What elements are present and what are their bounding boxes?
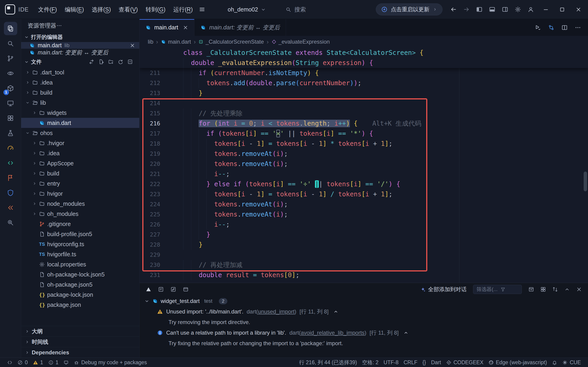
project-selector[interactable]: oh_demo02 <box>228 6 266 13</box>
line-number[interactable]: 222 <box>139 179 183 189</box>
more-actions-icon[interactable] <box>56 23 62 28</box>
status-indentation[interactable]: 空格: 2 <box>359 359 381 366</box>
global-search-input[interactable]: 搜索 <box>285 6 350 13</box>
line-number[interactable]: 224 <box>139 199 183 209</box>
line-number[interactable]: 221 <box>139 169 183 179</box>
open-view-button[interactable] <box>528 286 534 292</box>
tree-item[interactable]: AppScope <box>21 158 139 168</box>
collapse-detail-icon[interactable] <box>403 330 409 335</box>
tree-item[interactable]: .idea <box>21 77 139 87</box>
tree-item[interactable]: .hvigor <box>21 138 139 148</box>
tree-item[interactable]: .gitignore <box>21 219 139 229</box>
status-cue[interactable]: CUE <box>560 359 583 366</box>
status-codegeex[interactable]: CODEGEEX <box>444 359 486 366</box>
terminal-view-button[interactable] <box>183 286 189 292</box>
status-bracket-mode[interactable]: {} <box>420 359 428 366</box>
code-line-218[interactable]: 218tokens[i - 1] = tokens[i - 1] * token… <box>139 139 588 149</box>
close-panel-button[interactable] <box>576 286 582 292</box>
code-line-226[interactable]: 226i--; <box>139 220 588 230</box>
sidebar-section[interactable]: 大纲 <box>21 326 139 336</box>
activity-source-control[interactable] <box>4 52 17 65</box>
line-number[interactable]: 229 <box>139 250 183 260</box>
compare-button[interactable] <box>89 59 94 65</box>
line-number[interactable]: 218 <box>139 139 183 149</box>
activity-app-gallery[interactable] <box>4 111 17 125</box>
window-minimize-button[interactable] <box>543 6 549 13</box>
status-error-count[interactable]: 0 <box>15 358 30 367</box>
tree-item[interactable]: oh-package.json5 <box>21 280 139 290</box>
problem-hint-row[interactable]: Try removing the import directive. <box>139 317 588 327</box>
tree-item[interactable]: TShvigorfile.ts <box>21 249 139 259</box>
activity-device-manager[interactable] <box>4 96 17 110</box>
code-line-213[interactable]: 213} <box>139 88 588 98</box>
line-number[interactable]: 230 <box>139 260 183 270</box>
status-debug-config[interactable]: Debug my code + packages <box>71 358 149 367</box>
line-number[interactable]: 211 <box>139 68 183 78</box>
line-number[interactable]: 217 <box>139 129 183 139</box>
breadcrumb-item[interactable]: _evaluateExpression <box>272 39 330 45</box>
open-editors-header[interactable]: 打开的编辑器 <box>21 32 139 42</box>
code-line-228[interactable]: 228} <box>139 240 588 250</box>
open-editor-item[interactable]: main.dartlib <box>21 42 139 49</box>
status-encoding[interactable]: UTF-8 <box>381 359 401 366</box>
menubar-item[interactable]: 运行(R) <box>170 0 197 19</box>
activity-search[interactable] <box>4 37 17 50</box>
toggle-left-panel-button[interactable] <box>476 6 483 13</box>
code-line-212[interactable]: 212tokens.add(double.parse(currentNumber… <box>139 78 588 88</box>
tree-item[interactable]: hvigor <box>21 189 139 199</box>
status-warning-count[interactable]: 1 <box>30 358 46 367</box>
code-editor[interactable]: class _CalculatorScreenState extends Sta… <box>139 48 588 283</box>
activity-extensions[interactable]: 1 <box>4 82 17 95</box>
account-button[interactable] <box>528 6 534 13</box>
problem-row[interactable]: Unused import: '../lib/main.dart'.dart(u… <box>139 306 588 317</box>
problems-view-button[interactable] <box>145 286 152 292</box>
rule-link[interactable]: avoid_relative_lib_imports <box>301 330 364 336</box>
rule-link[interactable]: unused_import <box>258 309 294 315</box>
tree-item[interactable]: local.properties <box>21 259 139 269</box>
status-notifications[interactable] <box>549 360 560 365</box>
collapse-detail-icon[interactable] <box>333 309 339 314</box>
code-line-225[interactable]: 225tokens.removeAt(i); <box>139 209 588 220</box>
activity-collapse-tools[interactable] <box>4 201 17 214</box>
breadcrumb[interactable]: lib›main.dart›_CalculatorScreenState›_ev… <box>139 36 588 48</box>
nav-forward-button[interactable] <box>463 6 470 13</box>
window-maximize-button[interactable] <box>559 6 565 13</box>
tree-item[interactable]: oh_modules <box>21 209 139 219</box>
group-by-button[interactable] <box>540 286 546 292</box>
activity-security-check[interactable] <box>4 186 17 199</box>
open-changes-button[interactable] <box>548 24 554 31</box>
tree-item[interactable]: entry <box>21 178 139 189</box>
tree-item[interactable]: TShvigorconfig.ts <box>21 239 139 249</box>
tree-item[interactable]: {}package.json <box>21 300 139 310</box>
maximize-panel-button[interactable] <box>564 286 570 292</box>
activity-code-search[interactable] <box>4 216 17 229</box>
menubar-item[interactable]: 查看(V) <box>115 0 142 19</box>
code-line-229[interactable]: 229 <box>139 250 588 260</box>
line-number[interactable]: 214 <box>139 98 183 108</box>
tree-item[interactable]: main.dart <box>21 118 139 128</box>
status-language-mode[interactable]: Dart <box>428 359 443 366</box>
menubar-item[interactable]: 转到(G) <box>142 0 170 19</box>
code-line-215[interactable]: 215// 先处理乘除 <box>139 108 588 118</box>
activity-explorer[interactable] <box>4 22 17 35</box>
new-file-button[interactable] <box>98 59 104 65</box>
breadcrumb-item[interactable]: lib <box>148 39 153 45</box>
menubar-item[interactable]: 文件(F) <box>34 0 61 19</box>
line-number[interactable]: 228 <box>139 240 183 250</box>
tree-item[interactable]: build <box>21 87 139 98</box>
more-actions-button[interactable] <box>575 24 581 31</box>
code-line-211[interactable]: 211if (currentNumber.isNotEmpty) { <box>139 68 588 78</box>
open-editor-item[interactable]: main.dart: 变更前 ↔ 变更后 <box>21 49 139 56</box>
line-number[interactable]: 212 <box>139 78 183 88</box>
problem-row[interactable]: Can't use a relative path to import a li… <box>139 327 588 338</box>
status-cursor-position[interactable]: 行 216, 列 44 (已选择39) <box>297 359 359 366</box>
tree-item[interactable]: .dart_tool <box>21 67 139 77</box>
line-number[interactable]: 225 <box>139 209 183 220</box>
tree-item[interactable]: lib <box>21 98 139 108</box>
nav-back-button[interactable] <box>450 6 457 13</box>
sidebar-section[interactable]: 时间线 <box>21 336 139 347</box>
new-folder-button[interactable] <box>108 59 114 65</box>
code-line-217[interactable]: 217if (tokens[i] == '×' || tokens[i] == … <box>139 129 588 139</box>
problem-hint-row[interactable]: Try fixing the relative path or changing… <box>139 338 588 349</box>
code-lines[interactable]: 211if (currentNumber.isNotEmpty) {212tok… <box>139 68 588 283</box>
